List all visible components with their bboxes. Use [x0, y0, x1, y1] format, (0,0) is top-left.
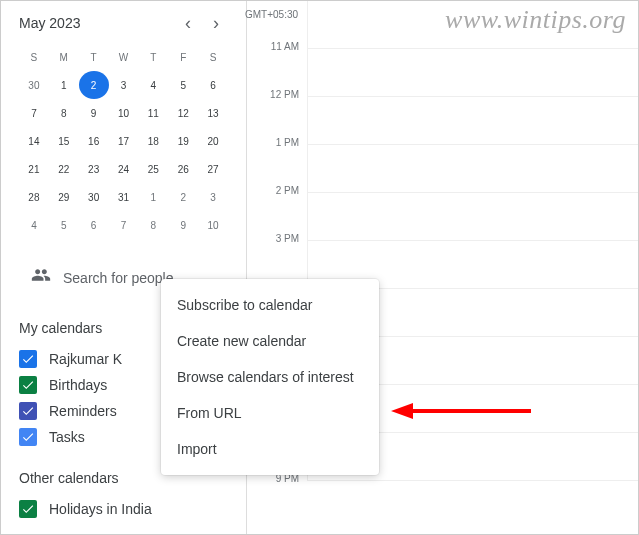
date-cell[interactable]: 12 — [168, 99, 198, 127]
mini-calendar: SMTWTFS301234567891011121314151617181920… — [19, 43, 228, 239]
date-cell[interactable]: 13 — [198, 99, 228, 127]
date-cell[interactable]: 29 — [49, 183, 79, 211]
date-cell[interactable]: 24 — [109, 155, 139, 183]
time-label: 12 PM — [247, 49, 307, 97]
day-header: M — [49, 43, 79, 71]
time-slot[interactable] — [307, 97, 638, 145]
date-cell[interactable]: 30 — [79, 183, 109, 211]
calendar-label: Tasks — [49, 429, 85, 445]
date-cell[interactable]: 20 — [198, 127, 228, 155]
date-cell[interactable]: 3 — [198, 183, 228, 211]
add-calendar-menu: Subscribe to calendar Create new calenda… — [161, 279, 379, 475]
next-month-button[interactable]: › — [204, 11, 228, 35]
date-cell[interactable]: 3 — [109, 71, 139, 99]
date-cell[interactable]: 18 — [138, 127, 168, 155]
time-label: 3 PM — [247, 193, 307, 241]
calendar-checkbox[interactable] — [19, 376, 37, 394]
date-cell[interactable]: 21 — [19, 155, 49, 183]
calendar-checkbox[interactable] — [19, 350, 37, 368]
watermark: www.wintips.org — [445, 5, 626, 35]
date-cell[interactable]: 22 — [49, 155, 79, 183]
date-cell[interactable]: 8 — [138, 211, 168, 239]
date-cell[interactable]: 26 — [168, 155, 198, 183]
month-title: May 2023 — [19, 15, 80, 31]
date-cell[interactable]: 5 — [49, 211, 79, 239]
date-cell[interactable]: 17 — [109, 127, 139, 155]
calendar-label: Birthdays — [49, 377, 107, 393]
day-header: S — [19, 43, 49, 71]
date-cell[interactable]: 9 — [79, 99, 109, 127]
time-label: 2 PM — [247, 145, 307, 193]
date-cell[interactable]: 10 — [109, 99, 139, 127]
time-label: 11 AM — [247, 1, 307, 49]
date-cell[interactable]: 23 — [79, 155, 109, 183]
prev-month-button[interactable]: ‹ — [176, 11, 200, 35]
date-cell[interactable]: 25 — [138, 155, 168, 183]
day-header: W — [109, 43, 139, 71]
svg-marker-1 — [391, 403, 413, 419]
date-cell[interactable]: 1 — [138, 183, 168, 211]
day-header: F — [168, 43, 198, 71]
date-cell[interactable]: 31 — [109, 183, 139, 211]
calendar-checkbox[interactable] — [19, 402, 37, 420]
date-cell[interactable]: 1 — [49, 71, 79, 99]
time-slot[interactable] — [307, 145, 638, 193]
annotation-arrow — [391, 399, 531, 427]
date-cell[interactable]: 14 — [19, 127, 49, 155]
day-header: S — [198, 43, 228, 71]
date-cell[interactable]: 19 — [168, 127, 198, 155]
date-cell[interactable]: 28 — [19, 183, 49, 211]
date-cell[interactable]: 8 — [49, 99, 79, 127]
day-header: T — [138, 43, 168, 71]
date-cell[interactable]: 2 — [168, 183, 198, 211]
date-cell[interactable]: 30 — [19, 71, 49, 99]
time-label: 1 PM — [247, 97, 307, 145]
date-cell[interactable]: 15 — [49, 127, 79, 155]
calendar-label: Reminders — [49, 403, 117, 419]
date-cell[interactable]: 16 — [79, 127, 109, 155]
calendar-item[interactable]: Holidays in India — [19, 496, 228, 522]
time-slot[interactable] — [307, 49, 638, 97]
date-cell[interactable]: 9 — [168, 211, 198, 239]
date-cell[interactable]: 4 — [138, 71, 168, 99]
menu-browse-interest[interactable]: Browse calendars of interest — [161, 359, 379, 395]
date-cell[interactable]: 6 — [198, 71, 228, 99]
date-cell[interactable]: 11 — [138, 99, 168, 127]
day-header: T — [79, 43, 109, 71]
menu-subscribe[interactable]: Subscribe to calendar — [161, 287, 379, 323]
date-cell[interactable]: 5 — [168, 71, 198, 99]
menu-import[interactable]: Import — [161, 431, 379, 467]
time-slot[interactable] — [307, 193, 638, 241]
calendar-label: Rajkumar K — [49, 351, 122, 367]
search-people-label: Search for people — [63, 270, 174, 286]
calendar-label: Holidays in India — [49, 501, 152, 517]
date-cell[interactable]: 27 — [198, 155, 228, 183]
date-cell[interactable]: 7 — [109, 211, 139, 239]
date-cell[interactable]: 4 — [19, 211, 49, 239]
date-cell[interactable]: 10 — [198, 211, 228, 239]
calendar-checkbox[interactable] — [19, 428, 37, 446]
date-cell[interactable]: 7 — [19, 99, 49, 127]
menu-create-new[interactable]: Create new calendar — [161, 323, 379, 359]
menu-from-url[interactable]: From URL — [161, 395, 379, 431]
date-cell[interactable]: 6 — [79, 211, 109, 239]
calendar-checkbox[interactable] — [19, 500, 37, 518]
date-cell[interactable]: 2 — [79, 71, 109, 99]
people-icon — [31, 265, 51, 290]
